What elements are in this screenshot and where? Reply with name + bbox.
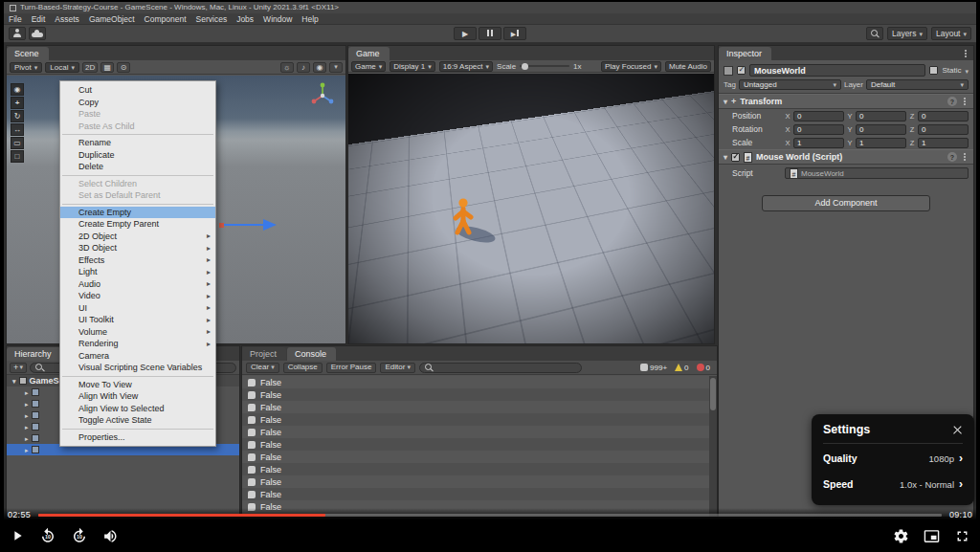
script-component-header[interactable]: Mouse World (Script): [719, 149, 973, 165]
scene-camera-icon[interactable]: [313, 62, 326, 73]
foldout-icon[interactable]: [12, 376, 16, 386]
add-component-button[interactable]: Add Component: [762, 195, 930, 211]
scale-x-field[interactable]: 1: [793, 138, 844, 148]
tab-hierarchy[interactable]: Hierarchy: [7, 347, 61, 361]
context-menu-item[interactable]: Toggle Active State: [60, 414, 215, 427]
layer-dropdown[interactable]: Default: [866, 79, 969, 90]
log-entry[interactable]: False: [242, 426, 709, 438]
log-entry[interactable]: False: [242, 488, 709, 500]
context-menu-item[interactable]: Camera: [60, 350, 215, 363]
gizmos-dropdown[interactable]: [329, 62, 343, 73]
menu-gameobject[interactable]: GameObject: [84, 13, 140, 25]
menu-component[interactable]: Component: [140, 13, 191, 25]
menu-services[interactable]: Services: [191, 13, 233, 25]
context-menu-item[interactable]: Rendering: [60, 338, 215, 350]
context-menu-item[interactable]: Create Empty Parent: [60, 218, 215, 231]
account-button[interactable]: [9, 27, 26, 40]
console-search-input[interactable]: [419, 363, 582, 373]
context-menu-item[interactable]: Align With View: [60, 390, 215, 403]
editor-dropdown[interactable]: Editor: [380, 363, 414, 373]
inspector-menu-icon[interactable]: [962, 49, 969, 58]
scale-y-field[interactable]: 1: [856, 138, 906, 148]
grid-visibility-icon[interactable]: [100, 62, 114, 73]
log-entry[interactable]: False: [242, 463, 709, 475]
snap-icon[interactable]: [117, 62, 130, 73]
log-entry[interactable]: False: [242, 388, 709, 401]
foldout-icon[interactable]: [25, 399, 29, 408]
aspect-ratio-dropdown[interactable]: 16:9 Aspect: [439, 61, 493, 72]
context-menu-item[interactable]: Light: [60, 266, 215, 278]
warning-count-badge[interactable]: 0: [672, 364, 691, 372]
position-x-field[interactable]: 0: [793, 111, 844, 121]
foldout-icon[interactable]: [724, 97, 727, 106]
play-button[interactable]: [454, 27, 477, 40]
active-checkbox[interactable]: [737, 66, 746, 75]
layout-dropdown[interactable]: Layout: [931, 27, 971, 40]
context-menu-item-create-empty[interactable]: Create Empty: [60, 207, 215, 219]
context-menu-item[interactable]: Cut: [60, 84, 215, 97]
context-menu-item[interactable]: 2D Object: [60, 231, 215, 243]
info-count-badge[interactable]: 999+: [637, 364, 670, 372]
tool-handle-pivot-dropdown[interactable]: Pivot: [10, 62, 42, 73]
rewind-10-button[interactable]: 10: [39, 527, 56, 544]
static-checkbox[interactable]: [929, 66, 938, 75]
context-menu-item[interactable]: UI Toolkit: [60, 314, 215, 326]
console-scrollbar[interactable]: [709, 376, 717, 517]
tab-game[interactable]: Game: [348, 47, 390, 60]
scrollbar-thumb[interactable]: [710, 378, 716, 410]
scene-lighting-icon[interactable]: [280, 62, 294, 73]
tool-handle-rotation-dropdown[interactable]: Local: [45, 62, 79, 73]
tag-dropdown[interactable]: Untagged: [739, 79, 841, 90]
script-object-field[interactable]: MouseWorld: [785, 167, 969, 179]
foldout-icon[interactable]: [25, 410, 29, 420]
foldout-icon[interactable]: [25, 387, 29, 397]
scale-tool-button[interactable]: [11, 123, 24, 136]
log-entry[interactable]: False: [242, 376, 709, 388]
context-menu-item[interactable]: Volume: [60, 326, 215, 339]
play-focused-dropdown[interactable]: Play Focused: [601, 61, 661, 72]
foldout-icon[interactable]: [25, 433, 29, 443]
context-menu-item[interactable]: Duplicate: [60, 149, 215, 162]
transform-tool-button[interactable]: [11, 150, 24, 163]
foldout-icon[interactable]: [25, 445, 29, 454]
quality-setting-row[interactable]: Quality 1080p: [823, 447, 963, 470]
rect-tool-button[interactable]: [11, 137, 24, 149]
help-icon[interactable]: [947, 152, 957, 162]
collapse-button[interactable]: Collapse: [283, 363, 323, 373]
menu-assets[interactable]: Assets: [50, 13, 84, 25]
context-menu-item[interactable]: Video: [60, 290, 215, 302]
position-z-field[interactable]: 0: [918, 111, 969, 121]
static-dropdown-icon[interactable]: [965, 66, 969, 76]
mute-audio-button[interactable]: Mute Audio: [665, 61, 711, 72]
context-menu-item[interactable]: Properties...: [60, 431, 215, 444]
game-view-dropdown[interactable]: Game: [351, 61, 386, 72]
create-button[interactable]: [10, 363, 27, 373]
component-menu-icon[interactable]: [961, 97, 969, 106]
tab-inspector[interactable]: Inspector: [719, 47, 771, 60]
tab-scene[interactable]: Scene: [7, 47, 49, 60]
scene-orientation-gizmo[interactable]: [309, 81, 336, 108]
transform-component-header[interactable]: Transform: [719, 94, 973, 109]
log-entry[interactable]: False: [242, 438, 709, 451]
context-menu-item[interactable]: Move To View: [60, 379, 215, 391]
scale-slider[interactable]: [520, 65, 569, 67]
help-icon[interactable]: [947, 97, 957, 106]
menu-window[interactable]: Window: [258, 13, 297, 25]
rotation-z-field[interactable]: 0: [918, 124, 969, 135]
position-y-field[interactable]: 0: [856, 111, 906, 121]
close-icon[interactable]: [952, 425, 963, 435]
context-menu-item[interactable]: Visual Scripting Scene Variables: [60, 362, 215, 374]
scale-slider-knob[interactable]: [522, 63, 528, 70]
view-tool-button[interactable]: [11, 83, 24, 96]
error-pause-button[interactable]: Error Pause: [326, 363, 377, 373]
log-entry[interactable]: False: [242, 451, 709, 463]
context-menu-item[interactable]: UI: [60, 302, 215, 315]
clear-button[interactable]: Clear: [246, 363, 279, 373]
editor-search-button[interactable]: [866, 27, 883, 40]
context-menu-item[interactable]: 3D Object: [60, 242, 215, 254]
context-menu-item[interactable]: Effects: [60, 254, 215, 267]
foldout-icon[interactable]: [25, 422, 29, 431]
menu-edit[interactable]: Edit: [27, 13, 51, 25]
tab-console[interactable]: Console: [287, 347, 336, 361]
cloud-services-button[interactable]: [29, 27, 46, 40]
